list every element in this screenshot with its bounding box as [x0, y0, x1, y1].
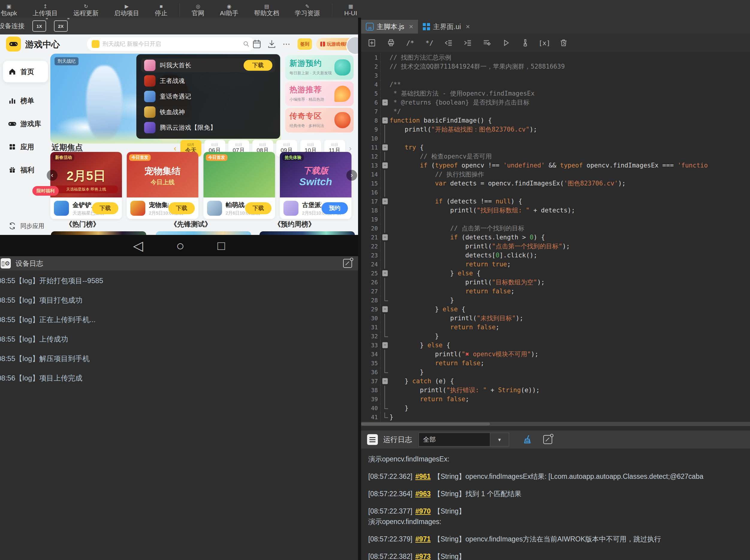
device-mirror[interactable]: 游戏中心 刑天战纪 新服今日开启 ⋯ 签到 玩游戏领积分 首页榜单游戏库应用福利…: [0, 35, 358, 235]
game-icon: [144, 60, 156, 71]
game-list-item[interactable]: 铁血战神: [141, 105, 276, 119]
section-strip-image[interactable]: [156, 231, 251, 235]
menu-help-docs[interactable]: ▤帮助文档: [246, 0, 287, 18]
close-icon[interactable]: ×: [409, 22, 413, 31]
section-strip-image[interactable]: [260, 231, 355, 235]
print-icon[interactable]: [385, 37, 397, 49]
format-code-icon[interactable]: [481, 37, 493, 49]
section-column: 《热门榜》: [51, 220, 146, 235]
log-id-link[interactable]: #973: [415, 553, 431, 560]
search-bar[interactable]: 刑天战纪 新服今日开启: [87, 37, 255, 51]
android-recents-button[interactable]: □: [218, 239, 225, 253]
promo-card-2[interactable]: 热游推荐小编推荐 · 精品热游: [285, 81, 353, 106]
start-project-icon: ▶: [125, 4, 128, 9]
h-ui-icon: ▦: [348, 4, 353, 9]
menu-remote-update[interactable]: ↻远程更新: [66, 0, 106, 18]
game-list-item[interactable]: 童话奇遇记: [141, 89, 276, 103]
comment-close-icon[interactable]: */: [423, 37, 435, 49]
menu-ai-assistant[interactable]: ◉AI助手: [212, 0, 246, 18]
download-button[interactable]: 下载: [244, 60, 272, 71]
code-editor[interactable]: 1// 找图方法汇总示例2// 技术交流QQ群711841924群一，苹果内测群…: [361, 53, 750, 422]
sync-icon: [8, 221, 17, 231]
focus-card-image: 今日首发宠物集结今日上线: [127, 152, 198, 197]
tabs-left-arrow-icon[interactable]: ‹: [174, 144, 177, 153]
tabs-right-arrow-icon[interactable]: ›: [349, 144, 352, 153]
code-line: 10: [361, 134, 750, 143]
indent-icon[interactable]: [462, 37, 474, 49]
focus-card[interactable]: 今日首发帕萌战斗日记2月6日10:00上线下载: [203, 152, 275, 219]
tab-main-script[interactable]: JS 主脚本.js ×: [361, 20, 418, 34]
section-strip-image[interactable]: [51, 231, 146, 235]
log-id-link[interactable]: #961: [415, 473, 431, 480]
focus-card[interactable]: 抢先体验下载版Switch古堡派对2月5日10:00预下载预约: [280, 152, 351, 219]
more-options-icon[interactable]: ⋯: [283, 40, 291, 49]
sidebar-item-chart[interactable]: 榜单: [0, 90, 50, 112]
editor-hscrollbar[interactable]: [361, 422, 750, 426]
variables-icon[interactable]: [x]: [539, 37, 550, 49]
stop-icon: ■: [160, 4, 163, 9]
test-flask-icon[interactable]: [519, 37, 531, 49]
carousel-right-icon[interactable]: ›: [346, 170, 357, 181]
download-button[interactable]: 下载: [168, 202, 195, 214]
scale-2x-button[interactable]: 2X: [54, 20, 68, 32]
download-button[interactable]: 下载: [92, 202, 118, 214]
code-line: 36 }: [361, 368, 750, 377]
android-back-button[interactable]: ◁: [133, 238, 143, 253]
search-icon[interactable]: [243, 40, 250, 48]
code-line: 17− if (detects !== null) {: [361, 197, 750, 206]
clear-log-icon[interactable]: [523, 435, 533, 445]
log-id-link[interactable]: #970: [415, 507, 431, 515]
menu-package-apk[interactable]: ▣包apk: [0, 0, 25, 18]
search-placeholder: 刑天战纪 新服今日开启: [102, 40, 243, 48]
focus-card[interactable]: 今日首发宠物集结今日上线宠物集结2月5日10:00上线下载: [127, 152, 198, 219]
run-log-list[interactable]: 演示opencv.findImagesEx:[08:57:22.362]#961…: [361, 448, 750, 560]
code-line: 7 */: [361, 107, 750, 116]
focus-card[interactable]: 新春活动2月5日天选福星版本 即将上线金铲铲之战天选福星已上线下载: [50, 152, 122, 219]
calendar-icon[interactable]: [252, 40, 261, 48]
game-list-item[interactable]: 腾讯云游戏【限免】: [141, 121, 276, 135]
sidebar-item-gift[interactable]: 福利: [0, 159, 50, 181]
sidebar-item-pad[interactable]: 游戏库: [0, 113, 50, 135]
clear-trash-icon[interactable]: [558, 37, 570, 49]
new-file-icon[interactable]: [366, 37, 378, 49]
promo-card-1[interactable]: 新游预约每日新上架 · 天天新发现: [285, 55, 353, 80]
game-list-item[interactable]: 王者战魂: [141, 74, 276, 88]
log-id-link[interactable]: #963: [415, 490, 431, 498]
menu-h-ui[interactable]: ▦H-UI: [337, 0, 365, 18]
menu-stop[interactable]: ■停止: [147, 0, 175, 18]
log-id-link[interactable]: #971: [415, 535, 431, 543]
code-line: 19: [361, 215, 750, 224]
sidebar-item-grid[interactable]: 应用: [0, 136, 50, 158]
home-icon: [8, 67, 17, 76]
code-line: 26 printl("目标数组为空");: [361, 278, 750, 287]
download-icon[interactable]: [268, 40, 276, 48]
sidebar-item-home[interactable]: 首页: [3, 61, 48, 82]
checkin-badge[interactable]: 签到: [298, 38, 312, 50]
reserve-button[interactable]: 预约: [322, 202, 348, 214]
chevron-down-icon[interactable]: ▼: [490, 433, 509, 446]
hero-tag: 刑天战纪: [55, 57, 79, 65]
run-icon[interactable]: [500, 37, 512, 49]
log-filter-select[interactable]: 全部 ▼: [419, 433, 509, 446]
promo-card-3[interactable]: 传奇专区经典传奇 · 多种玩法: [285, 108, 353, 133]
sidebar-item-sync-apps[interactable]: 同步应用: [0, 221, 50, 231]
outdent-icon[interactable]: [443, 37, 454, 49]
menu-learning-resources[interactable]: ✎学习资源: [287, 0, 328, 18]
menu-upload-project[interactable]: ↥上传项目: [25, 0, 66, 18]
menu-official-site[interactable]: ◎官网: [184, 0, 212, 18]
run-log-entry: [08:57:22.364]#963【String】找到 1 个匹配结果: [368, 489, 750, 499]
scale-1x-button[interactable]: 1X: [32, 20, 46, 32]
download-button[interactable]: 下载: [245, 202, 271, 214]
carousel-left-icon[interactable]: ‹: [47, 170, 58, 181]
tab-main-ui[interactable]: 主界面.ui ×: [418, 20, 474, 34]
game-list-item[interactable]: 叫我大首长下载: [141, 58, 276, 72]
comment-open-icon[interactable]: /*: [404, 37, 416, 49]
android-home-button[interactable]: ○: [176, 238, 185, 254]
pane-divider[interactable]: [358, 18, 361, 560]
menu-start-project[interactable]: ▶启动项目: [106, 0, 147, 18]
run-log-popout-icon[interactable]: [543, 435, 552, 444]
device-log-popout-icon[interactable]: [343, 259, 352, 268]
device-log-entry: 08:55【log】上传成功: [0, 334, 358, 344]
code-line: 6− * @returns {boolean} 是否找到并点击目标: [361, 98, 750, 107]
close-icon[interactable]: ×: [466, 22, 470, 31]
